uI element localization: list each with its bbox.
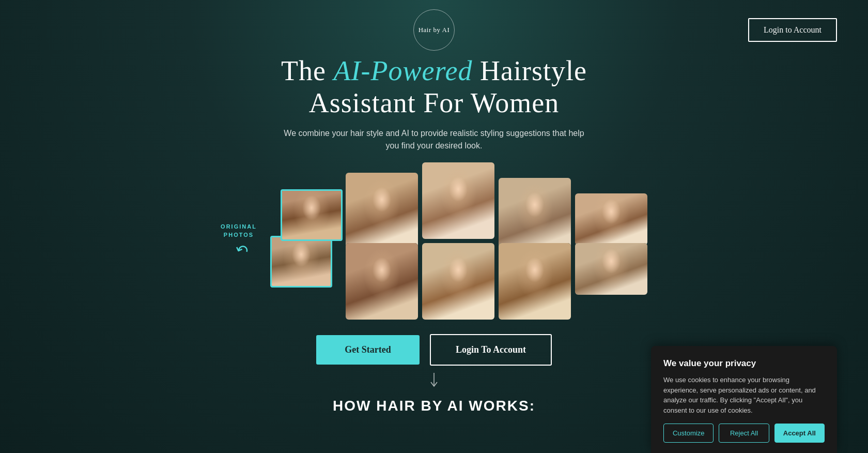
hero-subtitle: We combine your hair style and AI to pro… (279, 127, 589, 152)
original-photo-2 (270, 236, 332, 288)
header-login-button[interactable]: Login to Account (748, 18, 837, 42)
ai-result-2 (422, 162, 494, 239)
face-overlay-2 (272, 237, 331, 286)
ai-photo-5 (346, 243, 418, 320)
header-right: Login to Account (568, 18, 837, 42)
ai-result-7 (499, 243, 571, 320)
ai-result-1 (346, 173, 418, 249)
original-photos-group (270, 189, 332, 293)
hero-title: The AI-Powered HairstyleAssistant For Wo… (52, 55, 816, 119)
ai-photo-6 (422, 243, 494, 320)
cookie-title: We value your privacy (663, 358, 825, 369)
logo-text: Hair by AI (419, 26, 450, 35)
hero-title-accent: AI-Powered (334, 55, 473, 86)
header: Hair by AI Login to Account (0, 0, 868, 60)
hero-title-text: The AI-Powered HairstyleAssistant For Wo… (281, 55, 587, 118)
cookie-notice: We value your privacy We use cookies to … (651, 346, 837, 453)
get-started-button[interactable]: Get Started (316, 335, 420, 365)
ai-photo-8 (575, 243, 647, 295)
arrow-down-icon (428, 373, 440, 389)
original-photo-1 (281, 189, 343, 241)
cta-login-button[interactable]: Login To Account (430, 334, 552, 366)
cookie-customize-button[interactable]: Customize (663, 424, 714, 443)
curved-arrow-icon: ↷ (232, 239, 250, 261)
ai-results-grid (346, 162, 647, 320)
face-overlay-1 (282, 191, 341, 239)
cookie-reject-button[interactable]: Reject All (719, 424, 769, 443)
photos-section: ORIGINAL PHOTOS ↷ (0, 162, 868, 320)
logo: Hair by AI (413, 9, 455, 51)
logo-wrap: Hair by AI (300, 9, 568, 51)
ai-photo-1 (346, 173, 418, 249)
ai-result-6 (422, 243, 494, 320)
hero-section: The AI-Powered HairstyleAssistant For Wo… (0, 55, 868, 152)
ai-photo-7 (499, 243, 571, 320)
original-photos-label: ORIGINAL PHOTOS (221, 223, 257, 239)
ai-result-5 (346, 243, 418, 320)
ai-photo-4 (575, 193, 647, 245)
ai-result-4 (575, 193, 647, 245)
original-face-2 (272, 237, 331, 286)
ai-photo-2 (422, 162, 494, 239)
original-label-group: ORIGINAL PHOTOS ↷ (221, 223, 262, 259)
original-face-1 (282, 191, 341, 239)
cookie-accept-button[interactable]: Accept All (774, 424, 825, 443)
ai-result-8 (575, 243, 647, 295)
cookie-text: We use cookies to enhance your browsing … (663, 375, 825, 415)
cookie-buttons: Customize Reject All Accept All (663, 424, 825, 443)
